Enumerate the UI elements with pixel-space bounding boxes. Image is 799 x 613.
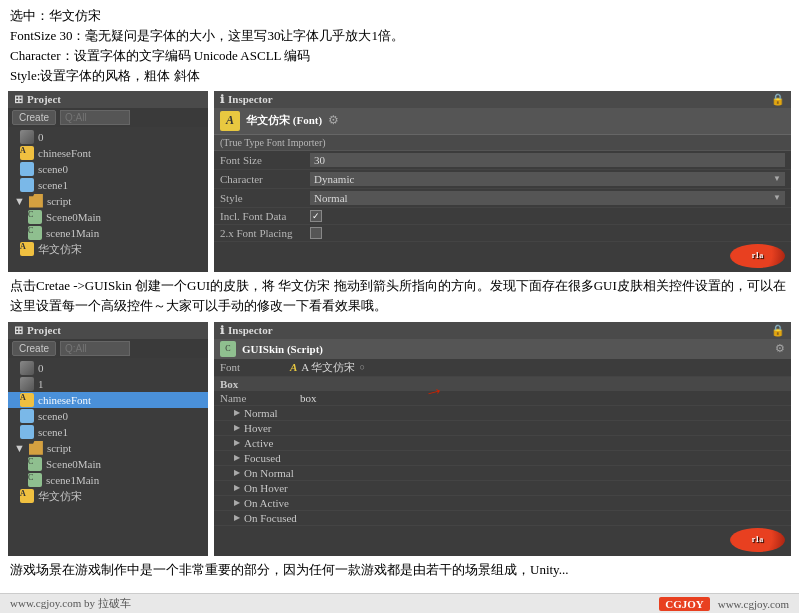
project-title-1: Project xyxy=(27,93,61,105)
font-value-area: A A 华文仿宋 ○ xyxy=(290,360,365,375)
scene-icon-1 xyxy=(20,178,34,192)
tri-normal: ▶ xyxy=(234,408,240,417)
project-header-2: ⊞ Project xyxy=(8,322,208,339)
tree-label-0: 0 xyxy=(38,131,44,143)
guiskin-hover: ▶ Hover xyxy=(214,421,791,436)
font-size-label: Font Size xyxy=(220,154,310,166)
lock-icon-1: 🔒 xyxy=(771,93,785,105)
line2: FontSize 30：毫无疑问是字体的大小，这里写30让字体几乎放大1倍。 xyxy=(10,26,789,46)
project-panel-1: ⊞ Project Create 0 A chineseFont scene0 xyxy=(8,91,208,272)
font-label-2: Font xyxy=(220,361,290,373)
tree-item-font1: A chineseFont xyxy=(8,145,208,161)
scene-icon-2-0 xyxy=(20,409,34,423)
character-dropdown-arrow: ▼ xyxy=(773,174,781,183)
cs-icon-1: C xyxy=(28,210,42,224)
incl-font-data-row: Incl. Font Data ✓ xyxy=(214,208,791,225)
guiskin-title: GUISkin (Script) xyxy=(242,343,323,355)
tree-label-scene1: scene1 xyxy=(38,179,68,191)
tree-label-scene0: scene0 xyxy=(38,163,68,175)
font-size-value[interactable]: 30 xyxy=(310,153,785,167)
font-size-val-text: 30 xyxy=(314,154,325,166)
top-text-section: 选中：华文仿宋 FontSize 30：毫无疑问是字体的大小，这里写30让字体几… xyxy=(0,0,799,91)
font-icon-large-1: A xyxy=(220,111,240,131)
info-icon-2: ℹ xyxy=(220,324,224,337)
box-section-header: Box xyxy=(214,377,791,391)
character-label: Character xyxy=(220,173,310,185)
checkmark-1: ✓ xyxy=(312,211,320,221)
gear-icon-2: ⚙ xyxy=(775,342,785,355)
line3: Character：设置字体的文字编码 Unicode ASCLL 编码 xyxy=(10,46,789,66)
cs-icon-2: C xyxy=(28,226,42,240)
project-icon-2: ⊞ xyxy=(14,324,23,337)
font-icon-1: A xyxy=(20,146,34,160)
project-tree-1: 0 A chineseFont scene0 scene1 ▼ scr xyxy=(8,127,208,260)
create-btn-2[interactable]: Create xyxy=(12,341,56,356)
create-btn-1[interactable]: Create xyxy=(12,110,56,125)
tree-item-scene1main: C scene1Main xyxy=(8,225,208,241)
search-input-2[interactable] xyxy=(60,341,130,356)
tri-hover: ▶ xyxy=(234,423,240,432)
incl-font-checkbox[interactable]: ✓ xyxy=(310,210,322,222)
font-value-2: A 华文仿宋 xyxy=(301,360,355,375)
project-title-2: Project xyxy=(27,324,61,336)
guiskin-focused: ▶ Focused xyxy=(214,451,791,466)
subitem-on-hover: On Hover xyxy=(244,482,288,494)
box-val-text: box xyxy=(300,392,317,404)
tree-item2-script: ▼ script xyxy=(8,440,208,456)
project-header-1: ⊞ Project xyxy=(8,91,208,108)
settings-icon-1: ⚙ xyxy=(328,113,339,128)
guiskin-on-hover: ▶ On Hover xyxy=(214,481,791,496)
page-wrapper: 选中：华文仿宋 FontSize 30：毫无疑问是字体的大小，这里写30让字体几… xyxy=(0,0,799,613)
font-icon-hw2: A xyxy=(20,489,34,503)
inspector-panel-2: ℹ Inspector 🔒 C GUISkin (Script) ⚙ Font … xyxy=(214,322,791,556)
inspector-controls-1: 🔒 xyxy=(771,93,785,106)
inspector-title-area-2: ℹ Inspector xyxy=(220,324,273,337)
font-placing-checkbox[interactable] xyxy=(310,227,322,239)
project-title-icon: ⊞ xyxy=(14,93,23,106)
style-dropdown-arrow: ▼ xyxy=(773,193,781,202)
incl-font-label: Incl. Font Data xyxy=(220,210,310,222)
guiskin-script-row: C GUISkin (Script) ⚙ xyxy=(214,339,791,359)
style-value[interactable]: Normal ▼ xyxy=(310,191,785,205)
tree-item2-scene0: scene0 xyxy=(8,408,208,424)
tree2-label-scene1: scene1 xyxy=(38,426,68,438)
font-icon-hw1: A xyxy=(20,242,34,256)
tri-focused: ▶ xyxy=(234,453,240,462)
tree-item2-font-selected[interactable]: A chineseFont xyxy=(8,392,208,408)
tree2-label-0: 0 xyxy=(38,362,44,374)
folder-arrow-1: ▼ xyxy=(14,195,25,207)
scene-icon-2-1 xyxy=(20,425,34,439)
tree-item2-avatar0: 0 xyxy=(8,360,208,376)
first-row-panels: ⊞ Project Create 0 A chineseFont scene0 xyxy=(0,91,799,272)
tri-active: ▶ xyxy=(234,438,240,447)
tree2-label-scene1main: scene1Main xyxy=(46,474,99,486)
inspector-panel-1: ℹ Inspector 🔒 A 华文仿宋 (Font) ⚙ (True Type… xyxy=(214,91,791,272)
character-value[interactable]: Dynamic ▼ xyxy=(310,172,785,186)
avatar-icon-2-0 xyxy=(20,361,34,375)
project-toolbar-2: Create xyxy=(8,339,208,358)
tree2-label-chinese: chineseFont xyxy=(38,394,91,406)
subitem-on-focused: On Focused xyxy=(244,512,297,524)
style-row: Style Normal ▼ xyxy=(214,189,791,208)
character-val-text: Dynamic xyxy=(314,173,354,185)
cs-icon-2-1: C xyxy=(28,457,42,471)
tree-item-scene0main: C Scene0Main xyxy=(8,209,208,225)
font-subtitle: (True Type Font Importer) xyxy=(214,135,791,151)
font-placing-row: 2.x Font Placing xyxy=(214,225,791,242)
tri-on-active: ▶ xyxy=(234,498,240,507)
subitem-on-normal: On Normal xyxy=(244,467,294,479)
guiskin-font-row: Font A A 华文仿宋 ○ → xyxy=(214,359,791,377)
font-circle-btn[interactable]: ○ xyxy=(359,362,364,372)
folder-icon-2 xyxy=(29,441,43,455)
logo-text-2: r1a xyxy=(752,535,764,544)
tree2-label-huawen: 华文仿宋 xyxy=(38,489,82,504)
subitem-hover: Hover xyxy=(244,422,272,434)
tree-item2-scene1: scene1 xyxy=(8,424,208,440)
tree2-label-script: script xyxy=(47,442,71,454)
search-input-1[interactable] xyxy=(60,110,130,125)
guiskin-on-normal: ▶ On Normal xyxy=(214,466,791,481)
guiskin-on-focused: ▶ On Focused xyxy=(214,511,791,526)
style-val-text: Normal xyxy=(314,192,348,204)
inspector-title-2: Inspector xyxy=(228,324,273,336)
logo-area-1: r1a xyxy=(214,242,791,272)
